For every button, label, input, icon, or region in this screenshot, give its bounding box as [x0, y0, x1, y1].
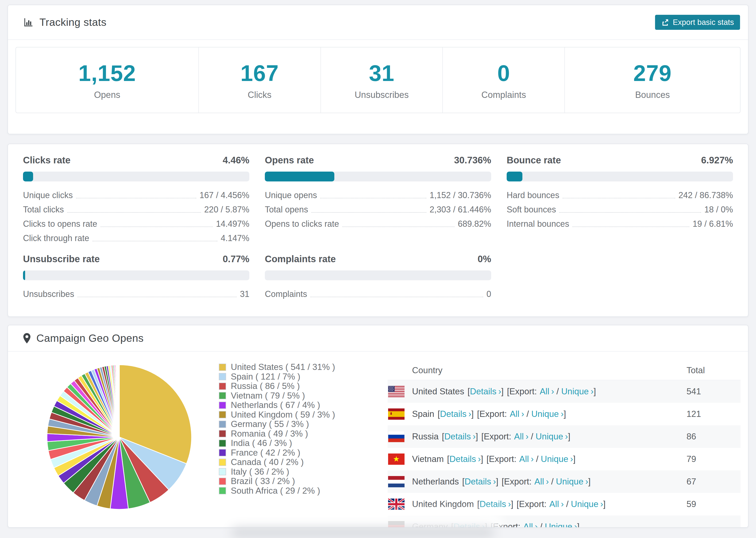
complaints-count: 0 — [497, 60, 510, 86]
legend-swatch — [219, 364, 226, 371]
export-all-link[interactable]: All — [514, 432, 524, 441]
unsubscribes-label: Unsubscribes — [354, 90, 408, 100]
clicks-label: Clicks — [248, 90, 271, 100]
legend-swatch — [219, 440, 226, 447]
stat-row: Complaints0 — [265, 289, 491, 299]
export-all-link[interactable]: All — [523, 522, 533, 528]
legend-swatch — [219, 478, 226, 485]
bounce-rate-progress-bar — [507, 172, 733, 182]
bounce-rate-section: Bounce rate 6.927% Hard bounces242 / 86.… — [507, 155, 733, 243]
export-unique-link[interactable]: Unique — [561, 387, 589, 396]
legend-swatch — [219, 430, 226, 437]
legend-item: Canada ( 40 / 2% ) — [219, 457, 335, 467]
total-column-header: Total — [686, 365, 740, 375]
export-all-link[interactable]: All — [519, 454, 529, 464]
legend-item: Brazil ( 33 / 2% ) — [219, 476, 335, 486]
table-row: United Kingdom[Details›][Export:All›/Uni… — [388, 493, 740, 515]
country-column-header: Country — [412, 365, 686, 375]
details-link[interactable]: Details — [449, 454, 476, 464]
total-cell: 86 — [686, 432, 740, 442]
export-all-link[interactable]: All — [549, 499, 559, 509]
stat-row: Total clicks220 / 5.87% — [23, 204, 249, 215]
tracking-stats-card: Tracking stats Export basic stats 1,152 … — [8, 5, 748, 134]
geo-title: Campaign Geo Opens — [36, 332, 144, 344]
export-all-link[interactable]: All — [540, 387, 549, 396]
legend-item: Vietnam ( 79 / 5% ) — [219, 391, 335, 401]
details-link[interactable]: Details — [465, 477, 491, 486]
stat-row: Unique opens1,152 / 30.736% — [265, 190, 491, 200]
legend-item: Russia ( 86 / 5% ) — [219, 381, 335, 391]
stat-row: Clicks to opens rate14.497% — [23, 219, 249, 229]
us-flag-icon — [388, 386, 405, 397]
export-unique-link[interactable]: Unique — [571, 499, 598, 509]
legend-swatch — [219, 383, 226, 390]
rates-band-1: Clicks rate 4.46% Unique clicks167 / 4.4… — [23, 155, 733, 243]
table-header-row: Country Total — [388, 361, 740, 380]
stat-row: Opens to clicks rate689.82% — [265, 219, 491, 229]
vietnam-flag-icon — [388, 454, 405, 465]
legend-item: Italy ( 36 / 2% ) — [219, 467, 335, 477]
legend-swatch — [219, 449, 226, 456]
bounce-rate-title: Bounce rate — [507, 155, 561, 166]
rates-band-2: Unsubscribe rate 0.77% Unsubscribes31 Co… — [23, 254, 733, 299]
geo-opens-pie-chart[interactable] — [46, 364, 192, 510]
total-cell: 59 — [686, 499, 740, 509]
details-link[interactable]: Details — [444, 432, 471, 441]
clicks-rate-progress-bar — [23, 172, 249, 182]
geo-body: United States ( 541 / 31% ) Spain ( 121 … — [8, 351, 748, 527]
table-row: Spain[Details›][Export:All›/Unique›] 121 — [388, 403, 740, 425]
legend-item: France ( 42 / 2% ) — [219, 448, 335, 458]
stat-box-bounces: 279 Bounces — [565, 47, 740, 113]
clicks-count: 167 — [241, 60, 279, 86]
legend-swatch — [219, 411, 226, 418]
stat-row: Hard bounces242 / 86.738% — [507, 190, 733, 200]
export-icon — [661, 18, 669, 26]
campaign-geo-opens-card: Campaign Geo Opens United States ( 541 /… — [8, 325, 748, 528]
total-cell: 67 — [686, 477, 740, 487]
legend-swatch — [219, 373, 226, 380]
complaints-rate-value: 0% — [477, 254, 491, 264]
details-link[interactable]: Details — [470, 387, 496, 396]
stat-row: Soft bounces18 / 0% — [507, 204, 733, 215]
legend-swatch — [219, 468, 226, 475]
clicks-rate-title: Clicks rate — [23, 155, 71, 166]
rates-card: Clicks rate 4.46% Unique clicks167 / 4.4… — [8, 144, 748, 317]
total-cell: 79 — [686, 454, 740, 464]
complaints-rate-section: Complaints rate 0% Complaints0 — [265, 254, 491, 299]
stat-box-clicks: 167 Clicks — [198, 47, 320, 113]
details-link[interactable]: Details — [440, 409, 466, 419]
stat-row: Unique clicks167 / 4.456% — [23, 190, 249, 200]
export-all-link[interactable]: All — [534, 477, 544, 486]
opens-count: 1,152 — [79, 60, 136, 86]
export-basic-stats-button[interactable]: Export basic stats — [655, 15, 740, 30]
export-unique-link[interactable]: Unique — [536, 432, 563, 441]
details-link[interactable]: Details — [453, 522, 480, 528]
summary-stats-row: 1,152 Opens 167 Clicks 31 Unsubscribes 0… — [16, 47, 740, 113]
export-all-link[interactable]: All — [510, 409, 519, 419]
geo-opens-table: Country Total United States[Details›][Ex… — [388, 361, 740, 528]
legend-item: India ( 46 / 3% ) — [219, 439, 335, 448]
complaints-rate-progress-bar — [265, 270, 491, 280]
legend-swatch — [219, 402, 226, 409]
legend-swatch — [219, 392, 226, 399]
legend-item: Netherlands ( 67 / 4% ) — [219, 401, 335, 410]
export-unique-link[interactable]: Unique — [531, 409, 559, 419]
stat-row: Click through rate4.147% — [23, 233, 249, 243]
clicks-rate-section: Clicks rate 4.46% Unique clicks167 / 4.4… — [23, 155, 249, 243]
stat-box-opens: 1,152 Opens — [16, 47, 198, 113]
total-cell: 121 — [686, 409, 740, 419]
export-unique-link[interactable]: Unique — [556, 477, 583, 486]
opens-rate-progress-bar — [265, 172, 491, 182]
stat-row: Internal bounces19 / 6.81% — [507, 219, 733, 229]
export-unique-link[interactable]: Unique — [545, 522, 572, 528]
tracking-stats-header: Tracking stats Export basic stats — [8, 5, 748, 40]
legend-item: Romania ( 49 / 3% ) — [219, 429, 335, 439]
legend-item: South Africa ( 29 / 2% ) — [219, 486, 335, 496]
table-row: United States[Details›][Export:All›/Uniq… — [388, 380, 740, 403]
russia-flag-icon — [388, 431, 405, 442]
bounces-label: Bounces — [635, 90, 670, 100]
legend-item: United Kingdom ( 59 / 3% ) — [219, 410, 335, 420]
details-link[interactable]: Details — [480, 499, 506, 509]
export-unique-link[interactable]: Unique — [541, 454, 568, 464]
unsubscribes-count: 31 — [369, 60, 395, 86]
